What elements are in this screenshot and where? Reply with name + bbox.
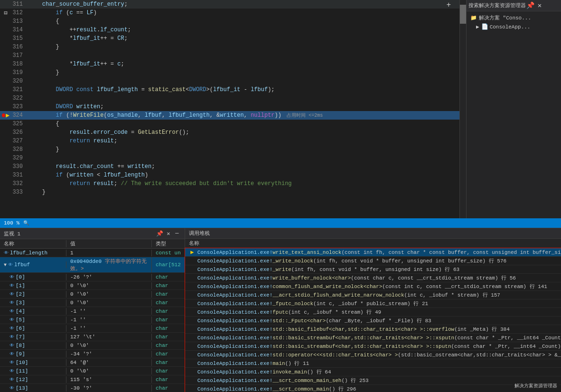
- watch-row-6[interactable]: 👁 [6] -1 '' char: [0, 324, 185, 333]
- watch-panel-close[interactable]: ✕: [165, 230, 172, 237]
- callstack-text-0: ConsoleApplication1.exe!write_text_ansi_…: [197, 249, 561, 256]
- watch-row-5[interactable]: 👁 [5] -1 '' char: [0, 316, 185, 324]
- watch-cell-name-idx12: 👁 [12]: [0, 376, 66, 383]
- callstack-row-10[interactable]: ConsoleApplication1.exe!std::basic_strea…: [185, 334, 561, 342]
- watch-row-12[interactable]: 👁 [12] 115 's' char: [0, 375, 185, 384]
- callstack-col-name: 名称: [189, 241, 199, 246]
- code-line-331: 331 if (written < lfbuf_length): [0, 171, 459, 179]
- callstack-row-0[interactable]: ▶ ConsoleApplication1.exe!write_text_ans…: [185, 248, 561, 257]
- watch-row-9[interactable]: 👁 [9] -34 '?' char: [0, 350, 185, 358]
- line-content-332: return result; // The write succeeded bu…: [28, 180, 458, 187]
- watch-eye-icon-1: 👁: [8, 262, 13, 268]
- watch-panel-pin[interactable]: 📌: [156, 230, 164, 237]
- line-number-321: 321: [9, 86, 28, 93]
- line-indicator-324: ▶: [2, 112, 9, 119]
- line-content-333: }: [28, 189, 458, 196]
- watch-expand-icon-lfbuf[interactable]: ▼: [4, 262, 7, 268]
- callstack-row-15[interactable]: ConsoleApplication1.exe!__scrt_common_ma…: [185, 376, 561, 385]
- watch-cell-type-idx2: char: [152, 291, 185, 298]
- watch-row-4[interactable]: 👁 [4] -1 '' char: [0, 307, 185, 316]
- code-line-311: 311 char_source_buffer_entry;: [0, 0, 459, 9]
- callstack-text-10: ConsoleApplication1.exe!std::basic_strea…: [197, 334, 561, 341]
- watch-cell-type-lfbuf: char[512: [152, 261, 185, 268]
- watch-eye-icon-3: 👁: [9, 283, 14, 289]
- solution-explorer-tree: 📁 解决方案 "Conso... ▶ 📄 ConsoleApp...: [467, 11, 561, 218]
- watch-eye-icon-8: 👁: [9, 326, 14, 331]
- watch-cell-type-idx7: char: [152, 334, 185, 340]
- solution-explorer-pin-btn[interactable]: 📌: [526, 1, 534, 10]
- watch-row-1[interactable]: 👁 [1] 0 '\0' char: [0, 281, 185, 290]
- watch-row-2[interactable]: 👁 [2] 0 '\0' char: [0, 290, 185, 299]
- solution-explorer-panel: 搜索解决方案资源管理器 📌 ✕ 📁 解决方案 "Conso... ▶ 📄 Con…: [466, 0, 561, 218]
- watch-cell-value-idx2: 0 '\0': [66, 291, 152, 298]
- solution-item-app[interactable]: ▶ 📄 ConsoleApp...: [468, 22, 559, 31]
- callstack-text-12: ConsoleApplication1.exe!std::operator<<<…: [197, 352, 561, 358]
- watch-row-8[interactable]: 👁 [8] 0 '\0' char: [0, 341, 185, 350]
- callstack-row-4[interactable]: ConsoleApplication1.exe!common_flush_and…: [185, 282, 561, 291]
- watch-row-13[interactable]: 👁 [13] -30 '?' char: [0, 384, 185, 392]
- watch-eye-icon-13: 👁: [9, 368, 14, 374]
- watch-panel-minimize[interactable]: —: [173, 230, 181, 237]
- watch-cell-type-idx6: char: [152, 325, 185, 332]
- watch-cell-name-idx0: 👁 [0]: [0, 274, 66, 280]
- watch-eye-icon-7: 👁: [9, 317, 14, 323]
- callstack-row-12[interactable]: ConsoleApplication1.exe!std::operator<<<…: [185, 351, 561, 359]
- line-number-326: 326: [9, 129, 28, 136]
- watch-cell-type-idx3: char: [152, 299, 185, 306]
- line-number-313: 313: [9, 18, 28, 25]
- callstack-row-2[interactable]: ConsoleApplication1.exe!_write(int fh, c…: [185, 265, 561, 274]
- watch-cell-value-idx0: -26 '?': [66, 274, 152, 280]
- callstack-text-5: ConsoleApplication1.exe!__acrt_stdio_flu…: [197, 291, 561, 299]
- callstack-row-1[interactable]: ConsoleApplication1.exe!_write_nolock(in…: [185, 257, 561, 265]
- watch-row-10[interactable]: 👁 [10] 64 '@' char: [0, 358, 185, 367]
- callstack-text-6: ConsoleApplication1.exe!_fputc_nolock(in…: [197, 300, 561, 307]
- callstack-row-16[interactable]: ConsoleApplication1.exe!__scrt_common_ma…: [185, 385, 561, 392]
- watch-row-3[interactable]: 👁 [3] 0 '\0' char: [0, 299, 185, 307]
- code-line-330: 330 result.char_count += written;: [0, 162, 459, 171]
- watch-cell-value-idx12: 115 's': [66, 376, 152, 383]
- solution-explorer-close-btn[interactable]: ✕: [535, 1, 544, 10]
- callstack-row-3[interactable]: ConsoleApplication1.exe!write_buffer_nol…: [185, 274, 561, 282]
- watch-cell-value-idx11: 0 '\0': [66, 368, 152, 374]
- callstack-row-14[interactable]: ConsoleApplication1.exe!invoke_main() 行 …: [185, 368, 561, 376]
- callstack-arrow-0: ▶: [189, 249, 196, 256]
- watch-eye-icon-15: 👁: [9, 385, 14, 391]
- callstack-row-7[interactable]: ConsoleApplication1.exe!fputc(int c, _io…: [185, 308, 561, 317]
- watch-cell-name-idx3: 👁 [3]: [0, 299, 66, 306]
- code-line-319: 319 }: [0, 68, 459, 77]
- line-number-322: 322: [9, 95, 28, 102]
- callstack-row-5[interactable]: ConsoleApplication1.exe!__acrt_stdio_flu…: [185, 291, 561, 299]
- watch-row-7[interactable]: 👁 [7] 127 '\t' char: [0, 333, 185, 341]
- callstack-row-9[interactable]: ConsoleApplication1.exe!std::basic_fileb…: [185, 325, 561, 334]
- code-line-320: 320: [0, 77, 459, 85]
- code-line-315: 315 *lfbuf_it++ = CR;: [0, 34, 459, 43]
- solution-item-root[interactable]: 📁 解决方案 "Conso...: [468, 13, 559, 22]
- watch-panel-header: 监视 1 📌 ✕ —: [0, 228, 185, 239]
- watch-cell-name-idx7: 👁 [7]: [0, 334, 66, 340]
- watch-eye-icon-14: 👁: [9, 377, 14, 383]
- watch-cell-name-lfbuf: ▼ 👁 lfbuf: [0, 261, 66, 268]
- editor-area: 311 char_source_buffer_entry; ⊟ 312 if (…: [0, 0, 561, 218]
- watch-cell-value-idx8: 0 '\0': [66, 342, 152, 349]
- callstack-row-11[interactable]: ConsoleApplication1.exe!std::basic_strea…: [185, 342, 561, 351]
- plus-icon[interactable]: +: [446, 1, 451, 9]
- line-number-320: 320: [9, 78, 28, 84]
- editor-vscrollbar[interactable]: [459, 0, 466, 218]
- watch-row-0[interactable]: 👁 [0] -26 '?' char: [0, 273, 185, 281]
- watch-row-lfbuf-length[interactable]: 👁 lfbuf_length 1 const un: [0, 249, 185, 257]
- editor-vscrollbar-thumb[interactable]: [460, 5, 466, 24]
- solution-item-app-label: ConsoleApp...: [490, 24, 531, 30]
- callstack-row-8[interactable]: ConsoleApplication1.exe!std::_Fputc<char…: [185, 317, 561, 325]
- zoom-icon[interactable]: 🔍: [23, 220, 29, 226]
- watch-row-11[interactable]: 👁 [11] 0 '\0' char: [0, 367, 185, 375]
- line-content-313: {: [28, 18, 458, 25]
- callstack-row-13[interactable]: ConsoleApplication1.exe!main() 行 11: [185, 359, 561, 368]
- solution-item-root-label: 解决方案 "Conso...: [479, 14, 531, 21]
- callstack-text-9: ConsoleApplication1.exe!std::basic_fileb…: [197, 326, 561, 333]
- watch-row-lfbuf[interactable]: ▼ 👁 lfbuf 0x0040dde0 字符串中的字符无效。> char[51…: [0, 257, 185, 273]
- callstack-text-2: ConsoleApplication1.exe!_write(int fh, c…: [197, 266, 561, 273]
- callstack-row-6[interactable]: ConsoleApplication1.exe!_fputc_nolock(in…: [185, 299, 561, 308]
- code-line-317: 317: [0, 51, 459, 60]
- execution-arrow: ▶: [6, 112, 9, 119]
- watch-eye-icon-4: 👁: [9, 291, 14, 297]
